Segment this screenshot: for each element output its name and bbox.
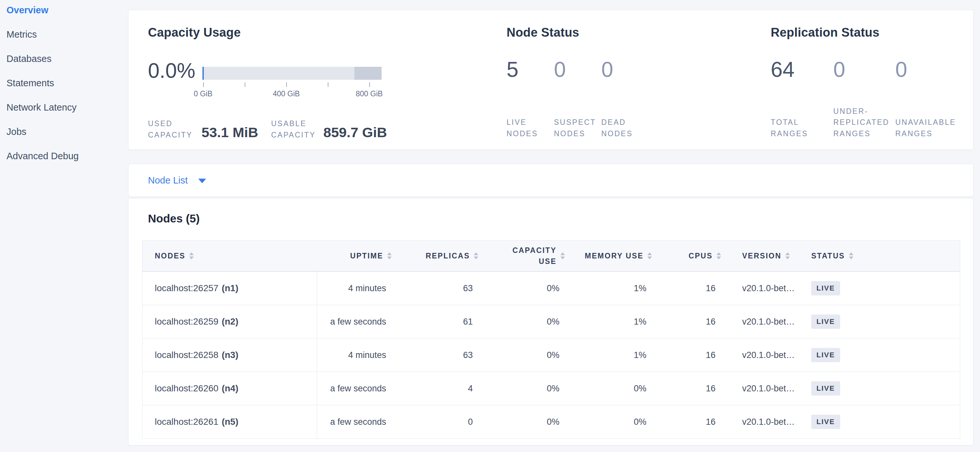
- col-header-replicas[interactable]: REPLICAS: [392, 241, 478, 271]
- capacity-stats: USED CAPACITY 53.1 MiB USABLE CAPACITY 8…: [148, 118, 387, 140]
- table-row[interactable]: localhost:26257 (n1) 4 minutes 63 0% 1% …: [142, 272, 960, 305]
- sort-icon: [716, 252, 721, 259]
- capacity-bar-nonusable-segment: [354, 67, 382, 80]
- version-cell: v20.1.0-bet…: [721, 372, 808, 405]
- capacity-bar-chart: 0 GiB 400 GiB 800 GiB: [202, 67, 382, 109]
- node-address-cell: localhost:26260 (n4): [142, 372, 317, 405]
- col-header-label: STATUS: [811, 252, 845, 260]
- dead-nodes-label: DEAD NODES: [601, 117, 649, 139]
- node-id: (n2): [222, 316, 238, 327]
- version-cell: v20.1.0-bet…: [721, 405, 808, 438]
- col-header-status[interactable]: STATUS: [808, 241, 960, 271]
- col-header-capacity-use[interactable]: CAPACITY USE: [478, 241, 565, 271]
- status-badge: LIVE: [811, 348, 840, 362]
- sidebar-item-statements[interactable]: Statements: [0, 71, 127, 95]
- replication-status-title: Replication Status: [771, 25, 880, 40]
- axis-tick: [369, 82, 370, 87]
- capacity-use-cell: 0%: [478, 338, 565, 371]
- table-row[interactable]: localhost:26259 (n2) a few seconds 61 0%…: [142, 305, 960, 338]
- usable-capacity-label: USABLE CAPACITY: [271, 118, 315, 140]
- status-badge: LIVE: [811, 415, 840, 429]
- table-row[interactable]: localhost:26258 (n3) 4 minutes 63 0% 1% …: [142, 338, 960, 372]
- total-ranges-label: TOTAL RANGES: [771, 117, 833, 139]
- col-header-label: REPLICAS: [426, 252, 470, 260]
- node-address-cell: localhost:26261 (n5): [142, 405, 317, 438]
- live-nodes-label: LIVE NODES: [507, 117, 554, 139]
- used-capacity-label: USED CAPACITY: [148, 118, 192, 140]
- axis-tick: [286, 82, 287, 87]
- sort-icon: [648, 252, 652, 259]
- status-badge: LIVE: [811, 381, 840, 396]
- node-address: localhost:26257: [155, 283, 218, 293]
- sidebar-item-network-latency[interactable]: Network Latency: [0, 95, 127, 120]
- sidebar-item-jobs[interactable]: Jobs: [0, 120, 127, 144]
- under-replicated-ranges-value: 0: [833, 59, 895, 80]
- capacity-use-cell: 0%: [478, 372, 565, 405]
- node-list-dropdown[interactable]: Node List: [129, 164, 973, 197]
- total-ranges-value: 64: [771, 59, 833, 80]
- sidebar: Overview Metrics Databases Statements Ne…: [0, 0, 127, 452]
- uptime-cell: a few seconds: [317, 305, 392, 338]
- sort-icon: [387, 252, 392, 259]
- col-header-version[interactable]: VERSION: [721, 241, 808, 271]
- node-address: localhost:26258: [155, 350, 218, 360]
- replicas-cell: 61: [392, 305, 478, 338]
- col-header-nodes[interactable]: NODES: [142, 241, 317, 271]
- replication-status-values: 64 0 0: [771, 59, 963, 80]
- replicas-cell: 63: [392, 272, 478, 305]
- uptime-cell: a few seconds: [317, 405, 392, 438]
- capacity-use-cell: 0%: [478, 272, 565, 305]
- sort-icon: [785, 252, 790, 259]
- suspect-nodes-value: 0: [554, 59, 601, 80]
- cpus-cell: 16: [652, 338, 721, 371]
- memory-use-cell: 0%: [565, 372, 652, 405]
- capacity-use-cell: 0%: [478, 405, 565, 438]
- node-id: (n4): [222, 383, 238, 393]
- cpus-cell: 16: [652, 405, 721, 438]
- status-cell: LIVE: [808, 272, 960, 305]
- sort-icon: [849, 252, 853, 259]
- node-list-dropdown-label: Node List: [148, 175, 188, 186]
- capacity-usage-title: Capacity Usage: [148, 25, 241, 40]
- table-row[interactable]: localhost:26260 (n4) a few seconds 4 0% …: [142, 372, 960, 405]
- status-cell: LIVE: [808, 305, 960, 338]
- cluster-summary-card: Capacity Usage 0.0% 0 GiB 400 GiB 800 Gi…: [128, 10, 974, 150]
- live-nodes-value: 5: [507, 59, 554, 80]
- version-cell: v20.1.0-bet…: [721, 272, 808, 305]
- memory-use-cell: 1%: [565, 338, 652, 371]
- chevron-down-icon: [198, 179, 206, 183]
- col-header-memory-use[interactable]: MEMORY USE: [565, 241, 652, 271]
- status-badge: LIVE: [811, 314, 840, 329]
- axis-tick: [245, 82, 245, 87]
- col-header-label: UPTIME: [350, 252, 383, 260]
- node-id: (n5): [222, 417, 238, 427]
- view-selector-card: Node List: [128, 164, 974, 197]
- node-address-cell: localhost:26259 (n2): [142, 305, 317, 338]
- axis-tick-label: 800 GiB: [356, 89, 383, 98]
- sidebar-item-advanced-debug[interactable]: Advanced Debug: [0, 144, 127, 168]
- col-header-label: VERSION: [742, 252, 781, 260]
- status-badge: LIVE: [811, 281, 840, 295]
- cpus-cell: 16: [652, 372, 721, 405]
- node-status-title: Node Status: [507, 25, 579, 40]
- table-row[interactable]: localhost:26261 (n5) a few seconds 0 0% …: [142, 405, 960, 438]
- replication-status-labels: TOTAL RANGES UNDER-REPLICATED RANGES UNA…: [771, 106, 963, 140]
- col-header-uptime[interactable]: UPTIME: [317, 241, 392, 271]
- nodes-table-card: Nodes (5) NODES UPTIME REPLICAS CAPACITY…: [128, 198, 974, 446]
- axis-tick: [203, 82, 204, 87]
- replicas-cell: 63: [392, 338, 478, 371]
- sidebar-item-databases[interactable]: Databases: [0, 47, 127, 71]
- status-cell: LIVE: [808, 372, 960, 405]
- usable-capacity-value: 859.7 GiB: [323, 125, 387, 140]
- memory-use-cell: 1%: [565, 272, 652, 305]
- sidebar-item-metrics[interactable]: Metrics: [0, 22, 127, 47]
- capacity-used-percent: 0.0%: [148, 59, 195, 83]
- sidebar-item-overview[interactable]: Overview: [0, 0, 127, 22]
- node-id: (n3): [222, 350, 238, 360]
- cpus-cell: 16: [652, 272, 721, 305]
- sort-icon: [189, 252, 194, 259]
- under-replicated-ranges-label: UNDER-REPLICATED RANGES: [833, 106, 895, 140]
- node-address: localhost:26260: [155, 383, 218, 393]
- col-header-cpus[interactable]: CPUS: [652, 241, 721, 271]
- used-capacity-value: 53.1 MiB: [202, 125, 258, 140]
